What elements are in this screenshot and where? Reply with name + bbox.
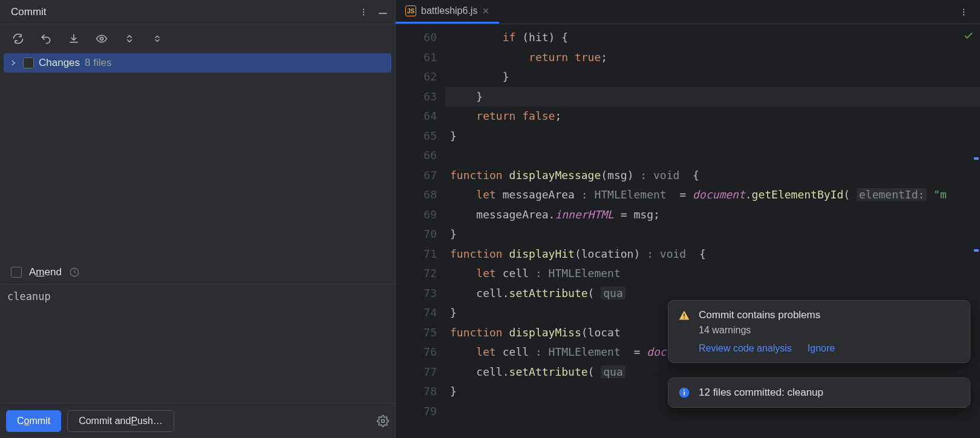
scrollbar-markers xyxy=(973,24,980,438)
close-icon[interactable] xyxy=(482,7,489,15)
svg-point-0 xyxy=(363,8,364,10)
commit-button[interactable]: Commit xyxy=(6,410,61,432)
ignore-link[interactable]: Ignore xyxy=(808,343,835,354)
svg-point-6 xyxy=(382,419,385,422)
commit-panel-header: Commit xyxy=(0,0,395,24)
svg-rect-11 xyxy=(684,318,685,319)
changes-checkbox[interactable] xyxy=(23,57,34,68)
refresh-icon[interactable] xyxy=(10,30,27,47)
notification-title: Commit contains problems xyxy=(699,309,959,321)
svg-point-7 xyxy=(963,8,964,10)
warning-icon xyxy=(678,309,690,354)
svg-point-2 xyxy=(363,14,364,15)
notification-commit-done: 12 files committed: cleanup xyxy=(668,378,970,408)
changes-label: Changes xyxy=(39,57,80,69)
changes-count: 8 files xyxy=(85,57,111,69)
shelve-icon[interactable] xyxy=(65,30,82,47)
svg-rect-13 xyxy=(684,391,685,395)
tab-filename: battleship6.js xyxy=(421,5,477,16)
notification-commit-problems: Commit contains problems 14 warnings Rev… xyxy=(668,300,970,363)
notification-stack: Commit contains problems 14 warnings Rev… xyxy=(668,300,970,408)
notification-subtitle: 14 warnings xyxy=(699,325,959,336)
notification-text: 12 files committed: cleanup xyxy=(699,387,959,399)
info-icon xyxy=(678,387,690,399)
svg-point-4 xyxy=(100,38,103,41)
kebab-icon[interactable] xyxy=(952,8,975,16)
commit-panel: Commit Changes 8 files Amend xyxy=(0,0,396,438)
editor-tabbar: JS battleship6.js xyxy=(396,0,980,24)
changes-list: Changes 8 files xyxy=(0,53,395,73)
changes-node[interactable]: Changes 8 files xyxy=(4,53,391,73)
review-analysis-link[interactable]: Review code analysis xyxy=(699,343,792,354)
chevron-right-icon[interactable] xyxy=(8,58,18,68)
editor-panel: JS battleship6.js 6061626364656667686970… xyxy=(396,0,980,438)
kebab-icon[interactable] xyxy=(356,5,371,19)
preview-diff-icon[interactable] xyxy=(93,30,110,47)
minimize-icon[interactable] xyxy=(376,5,390,19)
commit-message-input[interactable] xyxy=(7,290,388,397)
svg-rect-10 xyxy=(684,314,685,317)
editor-tab[interactable]: JS battleship6.js xyxy=(396,0,499,24)
commit-toolbar xyxy=(0,24,395,53)
amend-label[interactable]: Amend xyxy=(29,266,62,278)
commit-footer: Commit Commit and Push… xyxy=(0,403,395,438)
amend-checkbox[interactable] xyxy=(11,267,22,278)
amend-row: Amend xyxy=(0,260,395,284)
svg-point-1 xyxy=(363,11,364,12)
commit-and-push-button[interactable]: Commit and Push… xyxy=(67,410,174,432)
svg-rect-3 xyxy=(379,13,387,14)
line-gutter: 6061626364656667686970717273747576777879 xyxy=(396,24,445,438)
close-diff-icon[interactable] xyxy=(149,30,166,47)
js-file-icon: JS xyxy=(405,5,416,16)
expand-collapse-icon[interactable] xyxy=(121,30,138,47)
commit-message-area xyxy=(0,284,395,403)
history-icon[interactable] xyxy=(69,267,80,278)
gear-icon[interactable] xyxy=(377,415,389,427)
svg-point-9 xyxy=(963,14,964,15)
svg-rect-14 xyxy=(684,390,685,391)
svg-point-8 xyxy=(963,11,964,12)
rollback-icon[interactable] xyxy=(38,30,54,47)
commit-panel-title: Commit xyxy=(11,6,351,18)
